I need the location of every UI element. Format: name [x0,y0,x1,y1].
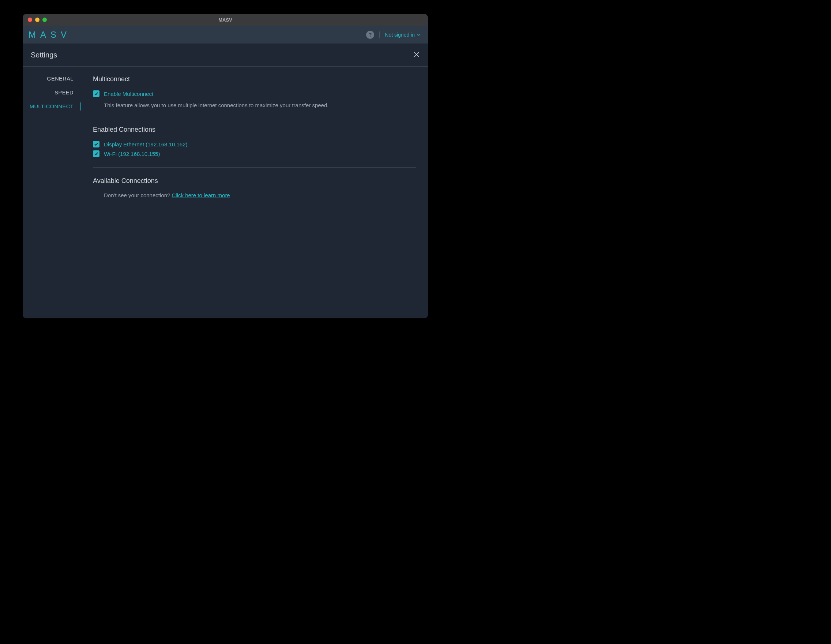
close-window-button[interactable] [28,18,32,22]
multiconnect-heading: Multiconnect [93,75,416,83]
minimize-window-button[interactable] [35,18,40,22]
window-title: MASV [218,17,232,23]
enabled-connections-heading: Enabled Connections [93,126,416,134]
checkmark-icon [94,151,99,156]
connection-label: Display Ethernet (192.168.10.162) [104,141,187,147]
chevron-down-icon [417,33,420,37]
divider [93,167,416,167]
traffic-lights [23,18,47,22]
enable-multiconnect-label: Enable Multiconnect [104,91,153,97]
sidebar-item-multiconnect[interactable]: MULTICONNECT [23,99,81,113]
settings-header: Settings [23,44,428,67]
sidebar-item-speed[interactable]: SPEED [23,86,81,99]
sidebar: GENERAL SPEED MULTICONNECT [23,67,81,318]
settings-title: Settings [31,51,57,59]
titlebar: MASV [23,14,428,26]
available-connections-heading: Available Connections [93,177,416,185]
available-help-text: Don't see your connection? Click here to… [104,192,416,198]
multiconnect-description: This feature allows you to use multiple … [104,102,416,108]
close-icon[interactable] [413,51,420,59]
content: Multiconnect Enable Multiconnect This fe… [81,67,428,318]
connection-checkbox[interactable] [93,150,99,157]
sidebar-item-general[interactable]: GENERAL [23,72,81,86]
sidebar-item-label: SPEED [54,90,73,96]
signin-label: Not signed in [385,32,415,38]
connection-row: Wi-Fi (192.168.10.155) [93,150,416,157]
checkmark-icon [94,91,99,96]
enable-multiconnect-checkbox[interactable] [93,90,99,97]
divider [379,32,380,38]
settings-body: GENERAL SPEED MULTICONNECT Multiconnect … [23,67,428,318]
app-logo: MASV [29,30,71,40]
learn-more-link[interactable]: Click here to learn more [172,192,230,198]
logo-text: MASV [29,30,71,40]
connection-checkbox[interactable] [93,141,99,147]
sidebar-item-label: MULTICONNECT [30,104,73,109]
sidebar-item-label: GENERAL [47,76,73,81]
help-icon[interactable]: ? [366,31,374,39]
app-window: MASV MASV ? Not signed in Settings GENER… [23,14,428,318]
checkmark-icon [94,142,99,147]
signin-dropdown[interactable]: Not signed in [385,32,420,38]
help-prefix: Don't see your connection? [104,192,172,198]
topbar-right: ? Not signed in [366,31,420,39]
maximize-window-button[interactable] [43,18,47,22]
enable-multiconnect-row: Enable Multiconnect [93,90,416,97]
connection-row: Display Ethernet (192.168.10.162) [93,141,416,147]
topbar: MASV ? Not signed in [23,26,428,44]
enabled-connections-list: Display Ethernet (192.168.10.162) Wi-Fi … [93,141,416,157]
connection-label: Wi-Fi (192.168.10.155) [104,151,160,157]
